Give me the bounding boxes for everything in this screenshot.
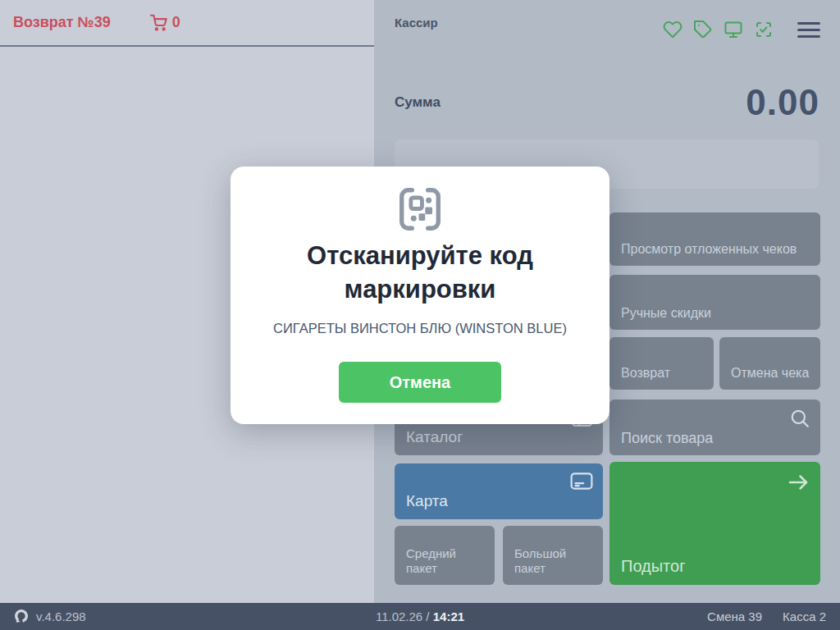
cancel-button[interactable]: Отмена	[339, 362, 501, 403]
button-label: Просмотр отложенных чеков	[621, 241, 797, 258]
menu-icon[interactable]	[797, 22, 820, 38]
cart-indicator[interactable]: 0	[150, 14, 180, 31]
modal-product-name: СИГАРЕТЫ ВИНСТОН БЛЮ (WINSTON BLUE)	[231, 321, 609, 336]
card-button[interactable]: Карта	[395, 463, 603, 519]
button-label: Подытог	[621, 556, 685, 577]
monitor-icon[interactable]	[724, 20, 743, 39]
header-icons	[663, 20, 820, 39]
view-deferred-receipts-button[interactable]: Просмотр отложенных чеков	[609, 212, 820, 266]
cashier-label: Кассир	[395, 13, 438, 30]
cancel-receipt-button[interactable]: Отмена чека	[719, 337, 820, 390]
return-title: Возврат №39	[13, 14, 111, 31]
medium-bag-button[interactable]: Средний пакет	[395, 526, 495, 585]
shopping-cart-icon	[150, 14, 167, 31]
status-bar: v.4.6.298 11.02.26 / 14:21 Смена 39 Касс…	[0, 603, 840, 630]
tag-icon[interactable]	[693, 20, 713, 39]
scan-marking-modal: Отсканируйте код маркировки СИГАРЕТЫ ВИН…	[231, 167, 609, 424]
refund-button[interactable]: Возврат	[609, 337, 714, 390]
footer-right: Смена 39 Касса 2	[707, 609, 826, 623]
product-search-button[interactable]: Поиск товара	[609, 399, 820, 455]
button-label: Поиск товара	[621, 429, 713, 448]
sum-row: Сумма 0.00	[395, 79, 819, 126]
manual-discounts-button[interactable]: Ручные скидки	[609, 275, 820, 330]
sum-value: 0.00	[746, 82, 819, 123]
shift-label: Смена 39	[707, 609, 762, 623]
cart-count: 0	[172, 14, 180, 31]
button-label: Возврат	[621, 365, 670, 381]
receipt-header: Возврат №39 0	[0, 0, 374, 47]
pos-app: Возврат №39 0 Кассир Сумма 0.00 Просмо	[0, 0, 840, 630]
credit-card-icon	[570, 472, 593, 491]
button-label: Средний пакет	[406, 546, 486, 578]
time-label: 14:21	[433, 609, 464, 623]
qr-scan-icon	[395, 184, 445, 235]
sum-label: Сумма	[395, 94, 441, 111]
magnifier-icon	[789, 408, 810, 429]
heart-icon[interactable]	[663, 20, 682, 39]
datetime-separator: /	[426, 609, 429, 623]
button-label: Каталог	[406, 427, 463, 447]
register-label: Касса 2	[783, 609, 826, 623]
actions-header: Кассир	[374, 0, 840, 39]
scan-check-icon[interactable]	[754, 20, 774, 39]
arrow-right-icon	[786, 470, 810, 495]
large-bag-button[interactable]: Большой пакет	[503, 526, 603, 585]
button-label: Ручные скидки	[621, 305, 711, 322]
button-label: Отмена чека	[731, 365, 809, 381]
button-label: Большой пакет	[514, 546, 595, 578]
date-label: 11.02.26	[376, 609, 422, 623]
subtotal-button[interactable]: Подытог	[609, 462, 820, 585]
button-label: Карта	[406, 491, 448, 511]
modal-title: Отсканируйте код маркировки	[264, 240, 576, 307]
